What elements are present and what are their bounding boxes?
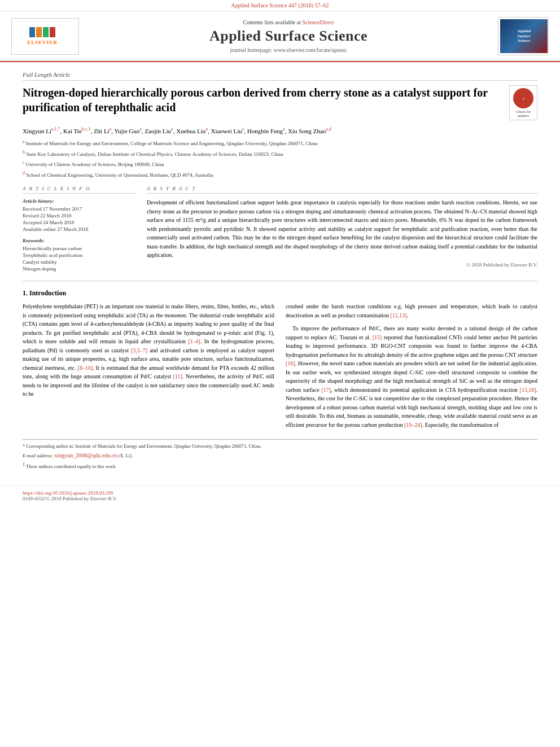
intro-para-3: To improve the performance of Pd/C, ther… — [286, 324, 537, 429]
ref-11[interactable]: [11] — [173, 373, 182, 379]
affil-a: a Institute of Materials for Energy and … — [23, 138, 537, 148]
doi-link[interactable]: https://doi.org/10.1016/j.apsusc.2018.03… — [23, 490, 537, 496]
article-type-label: Full Length Article — [23, 71, 537, 81]
doi-text: https://doi.org/10.1016/j.apsusc.2018.03… — [23, 490, 113, 496]
available-date: Available online 27 March 2018 — [23, 226, 135, 232]
elsevier-logo: ELSEVIER — [11, 18, 79, 55]
keyword-2: Terephthalic acid purification — [23, 252, 135, 258]
affil-c: c University of Chinese Academy of Scien… — [23, 159, 537, 169]
check-updates-badge: ✓ Check for updates — [509, 85, 537, 120]
journal-logo-img: AppliedSurfaceScience — [500, 19, 548, 53]
section-divider — [23, 281, 537, 281]
affiliations: a Institute of Materials for Energy and … — [23, 138, 537, 179]
email-link[interactable]: xingyun_2008@qdu.edu.cn — [54, 452, 117, 458]
intro-right-col: crushed under the harsh reaction conditi… — [286, 302, 537, 434]
check-updates-label: Check for updates — [512, 110, 535, 117]
header-center: Contents lists available at ScienceDirec… — [85, 19, 492, 53]
footnotes: * Corresponding author at: Institute of … — [23, 439, 537, 470]
journal-ref-text: Applied Surface Science 447 (2018) 57–62 — [231, 2, 329, 8]
check-updates-box: ✓ Check for updates — [509, 85, 537, 120]
ref-8-10[interactable]: [8–10] — [78, 365, 93, 371]
footnote-email: E-mail address: xingyun_2008@qdu.edu.cn … — [23, 452, 537, 460]
ref-13-18[interactable]: [13,18] — [519, 387, 536, 393]
keyword-3: Catalyst stability — [23, 259, 135, 265]
ref-1-4[interactable]: [1–4] — [188, 338, 200, 344]
footnote-1: * Corresponding author at: Institute of … — [23, 443, 537, 450]
introduction-text-columns: Polyethylene terephthalate (PET) is an i… — [23, 302, 537, 434]
article-title: Nitrogen-doped hierarchically porous car… — [23, 85, 504, 115]
keyword-1: Hierarchically porous carbon — [23, 246, 135, 251]
revised-date: Revised 22 March 2018 — [23, 213, 135, 219]
introduction-title: 1. Introduction — [23, 289, 537, 298]
issn-text: 0169-4332/© 2018 Published by Elsevier B… — [23, 496, 537, 501]
section-number: 1. — [23, 289, 28, 297]
header-section: ELSEVIER Contents lists available at Sci… — [0, 11, 560, 62]
abstract-text: Development of efficient functionalized … — [147, 198, 537, 260]
accepted-date: Accepted 24 March 2018 — [23, 220, 135, 225]
affil-b: b State Key Laboratory of Catalysis, Dal… — [23, 149, 537, 159]
ref-19-24[interactable]: [19–24] — [404, 422, 422, 428]
abstract-header: A B S T R A C T — [147, 186, 537, 194]
ref-16[interactable]: [16] — [286, 360, 295, 366]
section-title-text: Introduction — [29, 289, 66, 297]
keyword-4: Nitrogen doping — [23, 266, 135, 272]
ref-15[interactable]: [15] — [373, 334, 382, 340]
keywords-label: Keywords: — [23, 238, 135, 243]
article-body: Full Length Article Nitrogen-doped hiera… — [0, 62, 560, 485]
affil-a-text: Institute of Materials for Energy and En… — [26, 141, 318, 146]
intro-para-1: Polyethylene terephthalate (PET) is an i… — [23, 302, 274, 399]
intro-left-col: Polyethylene terephthalate (PET) is an i… — [23, 302, 274, 434]
article-info-header: A R T I C L E I N F O — [23, 186, 135, 194]
abstract-copyright: © 2018 Published by Elsevier B.V. — [147, 262, 537, 268]
doi-footer: https://doi.org/10.1016/j.apsusc.2018.03… — [0, 485, 560, 506]
elsevier-label: ELSEVIER — [27, 40, 58, 45]
journal-ref-bar: Applied Surface Science 447 (2018) 57–62 — [0, 0, 560, 11]
abstract-column: A B S T R A C T Development of efficient… — [147, 186, 537, 273]
sciencedirect-link[interactable]: ScienceDirect — [302, 19, 334, 25]
journal-homepage: journal homepage: www.elsevier.com/locat… — [85, 47, 492, 53]
affil-b-text: State Key Laboratory of Catalysis, Dalia… — [26, 151, 283, 157]
article-title-section: Nitrogen-doped hierarchically porous car… — [23, 85, 537, 120]
contents-line: Contents lists available at ScienceDirec… — [85, 19, 492, 25]
page: Applied Surface Science 447 (2018) 57–62… — [0, 0, 560, 747]
journal-logo-box: AppliedSurfaceScience — [498, 17, 549, 55]
ref-17[interactable]: [17] — [321, 387, 331, 393]
keywords-section: Keywords: Hierarchically porous carbon T… — [23, 238, 135, 272]
introduction-section: 1. Introduction Polyethylene terephthala… — [23, 289, 537, 470]
affil-d-text: School of Chemical Engineering, Universi… — [26, 172, 213, 178]
affil-c-text: University of Chinese Academy of Science… — [26, 161, 164, 167]
ref-3-5-7[interactable]: [3,5–7] — [131, 347, 147, 353]
contents-text: Contents lists available at — [243, 19, 300, 25]
ref-12-13[interactable]: [12,13] — [391, 312, 407, 318]
check-updates-icon: ✓ — [513, 88, 533, 108]
article-info-column: A R T I C L E I N F O Article history: R… — [23, 186, 135, 273]
article-info-abstract-section: A R T I C L E I N F O Article history: R… — [23, 186, 537, 273]
affil-d: d School of Chemical Engineering, Univer… — [23, 170, 537, 180]
received-date: Received 17 November 2017 — [23, 206, 135, 212]
intro-para-2: crushed under the harsh reaction conditi… — [286, 302, 537, 320]
authors-line: Xingyun Lia,1,*, Kai Tieb,c,1, Zhi Lia, … — [23, 126, 537, 136]
footnote-2: 1 These authors contributed equally to t… — [23, 461, 537, 470]
journal-name: Applied Surface Science — [85, 28, 492, 45]
article-history-label: Article history: — [23, 198, 135, 204]
article-type-text: Full Length Article — [23, 71, 70, 78]
